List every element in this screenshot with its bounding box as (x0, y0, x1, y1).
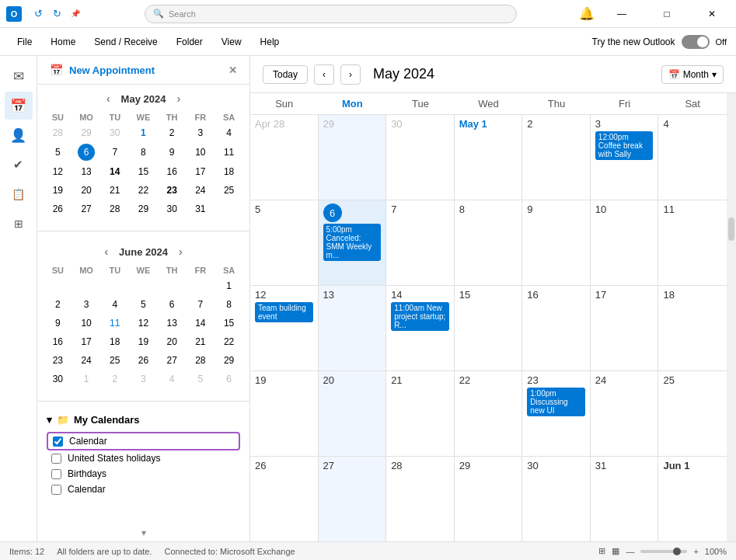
new-outlook-toggle[interactable] (682, 35, 710, 49)
jun-d5b[interactable]: 5 (187, 370, 215, 388)
may-d6-today[interactable]: 6 (72, 142, 101, 162)
birthdays-checkbox[interactable] (51, 469, 61, 479)
cell-may13[interactable]: 13 (319, 286, 387, 370)
cell-may4[interactable]: 4 (658, 115, 727, 200)
grid-view-icon[interactable]: ⊞ (598, 546, 605, 556)
jun-d24[interactable]: 24 (72, 351, 101, 370)
minimize-button[interactable]: — (604, 0, 640, 28)
zoom-minus-icon[interactable]: — (626, 547, 634, 556)
cell-may26[interactable]: 26 (250, 457, 319, 541)
may-d31[interactable]: 31 (187, 200, 215, 218)
may-d17[interactable]: 17 (187, 162, 215, 181)
may-d27[interactable]: 27 (72, 200, 101, 218)
jun-d23[interactable]: 23 (44, 351, 72, 370)
may-d19[interactable]: 19 (44, 181, 72, 200)
cell-may24[interactable]: 24 (591, 371, 659, 456)
may-d2[interactable]: 2 (158, 123, 187, 142)
may-d11[interactable]: 11 (215, 142, 243, 162)
cell-apr29[interactable]: 29 (319, 115, 387, 200)
notification-icon[interactable]: 🔔 (579, 6, 595, 21)
cell-may27[interactable]: 27 (319, 457, 387, 541)
may-d4[interactable]: 4 (215, 123, 243, 142)
cell-may18[interactable]: 18 (658, 286, 727, 370)
cell-may2[interactable]: 2 (522, 115, 591, 200)
jun-d4b[interactable]: 4 (158, 370, 187, 388)
cell-may31[interactable]: 31 (591, 457, 659, 541)
jun-d14[interactable]: 14 (187, 314, 215, 332)
zoom-slider[interactable] (640, 550, 687, 553)
event-smm[interactable]: 5:00pm Canceled: SMM Weekly m... (323, 224, 382, 261)
menu-file[interactable]: File (9, 33, 40, 50)
us-holidays-checkbox[interactable] (51, 454, 61, 464)
jun-d1[interactable]: 1 (215, 277, 243, 295)
cell-may29[interactable]: 29 (455, 457, 523, 541)
nav-notes[interactable]: 📋 (5, 180, 33, 208)
may-d18[interactable]: 18 (215, 162, 243, 181)
cell-may1[interactable]: May 1 (455, 115, 523, 200)
calendar-item-birthdays[interactable]: Birthdays (47, 466, 240, 482)
jun-d9[interactable]: 9 (44, 314, 72, 332)
nav-mail[interactable]: ✉ (5, 62, 33, 90)
menu-folder[interactable]: Folder (169, 33, 211, 50)
cell-apr30[interactable]: 30 (386, 115, 455, 200)
jun-d2[interactable]: 2 (44, 295, 72, 314)
cell-may17[interactable]: 17 (591, 286, 659, 370)
cell-may25[interactable]: 25 (658, 371, 727, 456)
may-d15[interactable]: 15 (129, 162, 158, 181)
may-d7[interactable]: 7 (100, 142, 129, 162)
jun-d2b[interactable]: 2 (100, 370, 129, 388)
nav-tasks[interactable]: ✔ (5, 151, 33, 179)
may-d28b[interactable]: 28 (100, 200, 129, 218)
may-d3[interactable]: 3 (187, 123, 215, 142)
jun-d28[interactable]: 28 (187, 351, 215, 370)
calendar-item-other[interactable]: Calendar (47, 482, 240, 497)
cell-may19[interactable]: 19 (250, 371, 319, 456)
may-d12[interactable]: 12 (44, 162, 72, 181)
undo-btn[interactable]: ↺ (31, 7, 45, 21)
may-d21[interactable]: 21 (100, 181, 129, 200)
may-d29b[interactable]: 29 (129, 200, 158, 218)
jun-d29[interactable]: 29 (215, 351, 243, 370)
may-d30b[interactable]: 30 (158, 200, 187, 218)
redo-btn[interactable]: ↻ (50, 7, 64, 21)
may-d26[interactable]: 26 (44, 200, 72, 218)
jun-d6b[interactable]: 6 (215, 370, 243, 388)
may-d1[interactable]: 1 (129, 123, 158, 142)
sidebar-scroll-down[interactable]: ▾ (37, 524, 249, 541)
nav-calendar[interactable]: 📅 (5, 92, 33, 120)
next-month-button[interactable]: › (340, 64, 361, 85)
may-d28[interactable]: 28 (44, 123, 72, 142)
cell-may11[interactable]: 11 (658, 200, 727, 285)
scrollbar-thumb[interactable] (728, 217, 734, 241)
menu-view[interactable]: View (214, 33, 249, 50)
may-d14[interactable]: 14 (100, 162, 129, 181)
sidebar-close-icon[interactable]: ✕ (228, 64, 237, 76)
jun-d6[interactable]: 6 (158, 295, 187, 314)
zoom-thumb[interactable] (673, 548, 681, 555)
cell-may22[interactable]: 22 (455, 371, 523, 456)
event-discussing-ui[interactable]: 1:00pm Discussing new UI (527, 388, 585, 416)
may-d13[interactable]: 13 (72, 162, 101, 181)
other-calendar-checkbox[interactable] (51, 485, 61, 495)
may-d16[interactable]: 16 (158, 162, 187, 181)
jun-d3[interactable]: 3 (72, 295, 101, 314)
jun-prev-btn[interactable]: ‹ (99, 244, 113, 259)
may-d23[interactable]: 23 (158, 181, 187, 200)
jun-d19[interactable]: 19 (129, 332, 158, 351)
new-appointment-button[interactable]: 📅 New Appointment ✕ (37, 56, 249, 85)
jun-d4[interactable]: 4 (100, 295, 129, 314)
event-team-building[interactable]: Team building event (255, 302, 313, 322)
menu-send-receive[interactable]: Send / Receive (86, 33, 165, 50)
event-new-project[interactable]: 11:00am New project startup; R... (391, 302, 449, 331)
close-button[interactable]: ✕ (694, 0, 730, 28)
calendar-item-main[interactable]: Calendar (47, 432, 240, 450)
may-next-btn[interactable]: › (172, 91, 185, 106)
nav-apps[interactable]: ⊞ (5, 210, 33, 238)
menu-help[interactable]: Help (253, 33, 288, 50)
pin-btn[interactable]: 📌 (68, 7, 82, 21)
may-d10[interactable]: 10 (187, 142, 215, 162)
cell-may20[interactable]: 20 (319, 371, 387, 456)
may-d9[interactable]: 9 (158, 142, 187, 162)
may-d20[interactable]: 20 (72, 181, 101, 200)
jun-d30[interactable]: 30 (44, 370, 72, 388)
